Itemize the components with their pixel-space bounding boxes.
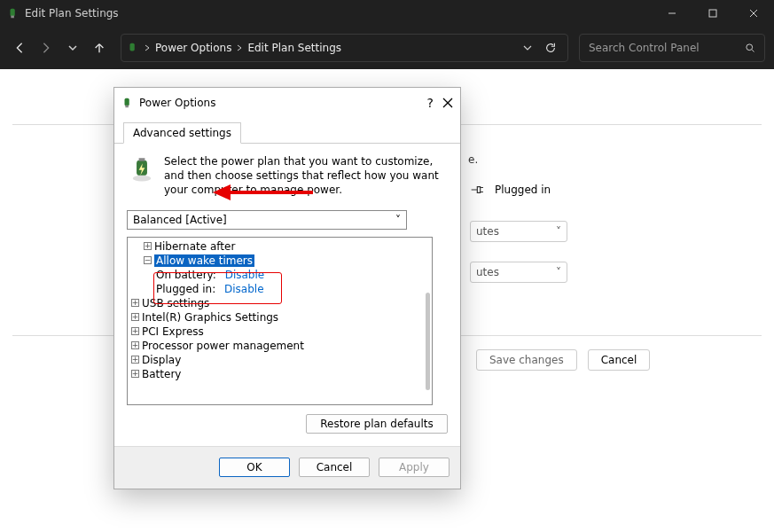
recent-dropdown[interactable] (62, 34, 83, 62)
navbar: Power Options Edit Plan Settings Search … (0, 27, 774, 69)
search-input[interactable]: Search Control Panel (579, 34, 765, 62)
expand-icon[interactable]: + (131, 299, 139, 307)
chevron-right-icon (237, 44, 242, 51)
svg-rect-9 (125, 98, 129, 106)
tree-item-usb[interactable]: +USB settings (131, 296, 432, 310)
chevron-down-icon: ˅ (556, 225, 561, 238)
power-icon (121, 97, 134, 109)
breadcrumb-power-options[interactable]: Power Options (155, 42, 231, 54)
svg-point-7 (747, 44, 753, 51)
dialog-titlebar[interactable]: Power Options ? (114, 88, 460, 118)
chevron-down-icon: ˅ (395, 214, 401, 226)
tree-item-on-battery[interactable]: On battery: Disable (131, 268, 432, 282)
power-icon (127, 42, 139, 54)
minimize-button[interactable] (652, 0, 692, 27)
collapse-icon[interactable]: − (144, 256, 152, 264)
close-button[interactable] (733, 0, 774, 27)
restore-defaults-button[interactable]: Restore plan defaults (306, 414, 448, 434)
maximize-button[interactable] (692, 0, 733, 27)
tree-item-pci[interactable]: +PCI Express (131, 325, 432, 339)
window-title: Edit Plan Settings (25, 7, 119, 20)
tab-strip: Advanced settings (114, 118, 460, 144)
dialog-description: Select the power plan that you want to c… (164, 154, 448, 198)
chevron-down-icon[interactable] (523, 43, 532, 52)
value-plugged-in[interactable]: Disable (224, 283, 264, 295)
sleep-pc-combo[interactable]: utes˅ (470, 262, 567, 283)
tree-item-hibernate[interactable]: +Hibernate after (131, 239, 432, 254)
forward-button[interactable] (35, 34, 57, 62)
svg-rect-0 (11, 9, 15, 17)
chevron-right-icon (145, 44, 150, 51)
settings-tree[interactable]: +Hibernate after −Allow wake timers On b… (127, 237, 433, 405)
tree-item-plugged-in[interactable]: Plugged in: Disable (131, 282, 432, 296)
tree-item-battery[interactable]: +Battery (131, 367, 432, 381)
power-options-dialog: Power Options ? Advanced settings Select… (113, 87, 461, 489)
battery-icon (127, 154, 157, 184)
expand-icon[interactable]: + (144, 242, 152, 250)
expand-icon[interactable]: + (131, 313, 139, 321)
app-icon (7, 7, 20, 20)
svg-rect-6 (130, 43, 135, 51)
sleep-display-combo[interactable]: utes˅ (470, 221, 567, 242)
close-button[interactable] (442, 98, 453, 108)
search-icon (745, 43, 755, 53)
expand-icon[interactable]: + (131, 327, 139, 335)
address-bar[interactable]: Power Options Edit Plan Settings (121, 34, 568, 62)
scrollbar[interactable] (426, 293, 430, 390)
expand-icon[interactable]: + (131, 356, 139, 364)
titlebar: Edit Plan Settings (0, 0, 774, 27)
ok-button[interactable]: OK (219, 458, 290, 477)
tree-item-display[interactable]: +Display (131, 353, 432, 367)
cancel-button[interactable]: Cancel (588, 349, 651, 371)
svg-rect-1 (11, 16, 14, 19)
chevron-down-icon: ˅ (556, 266, 561, 278)
svg-rect-3 (709, 10, 716, 17)
refresh-icon[interactable] (544, 42, 557, 54)
apply-button[interactable]: Apply (379, 458, 450, 477)
breadcrumb-edit-plan[interactable]: Edit Plan Settings (247, 42, 341, 54)
app-window: Edit Plan Settings Power Options Edit Pl… (0, 0, 774, 532)
value-on-battery[interactable]: Disable (225, 269, 265, 281)
tree-item-processor[interactable]: +Processor power management (131, 339, 432, 353)
tree-item-allow-wake-timers[interactable]: −Allow wake timers (131, 254, 432, 268)
svg-rect-10 (125, 106, 129, 108)
save-changes-button[interactable]: Save changes (476, 349, 577, 371)
back-button[interactable] (9, 34, 30, 62)
plan-select[interactable]: Balanced [Active] ˅ (127, 210, 407, 230)
cancel-button[interactable]: Cancel (299, 458, 370, 477)
plug-icon (470, 184, 488, 196)
dialog-title: Power Options (139, 97, 215, 109)
svg-rect-15 (139, 158, 145, 160)
up-button[interactable] (89, 34, 110, 62)
tab-advanced-settings[interactable]: Advanced settings (123, 122, 241, 144)
expand-icon[interactable]: + (131, 341, 139, 349)
svg-point-13 (133, 176, 151, 182)
svg-line-8 (752, 50, 754, 51)
background-page-fragment: e. Plugged in utes˅ utes˅ (470, 153, 567, 283)
expand-icon[interactable]: + (131, 370, 139, 378)
help-button[interactable]: ? (427, 96, 434, 110)
tree-item-graphics[interactable]: +Intel(R) Graphics Settings (131, 310, 432, 325)
